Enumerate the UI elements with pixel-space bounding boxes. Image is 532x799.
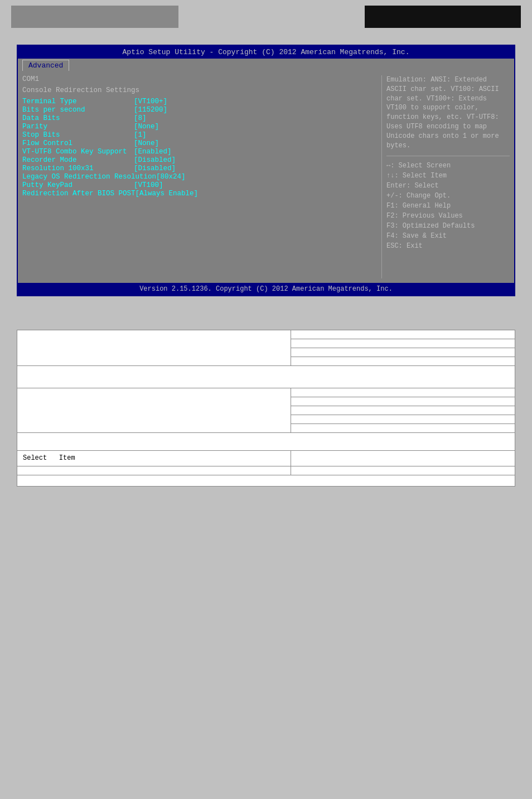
table-row-wide-1 xyxy=(17,366,515,388)
cell-right-3d xyxy=(291,415,515,424)
bios-item-row[interactable]: Terminal Type[VT100+] xyxy=(22,98,377,105)
bios-item-label: Flow Control xyxy=(22,139,134,147)
bios-item-label: Resolution 100x31 xyxy=(22,165,134,172)
bottom-section: Select Item xyxy=(17,330,515,487)
bios-shortcut-item: ↔: Select Screen xyxy=(386,161,510,171)
bios-item-label: Stop Bits xyxy=(22,131,134,139)
bios-item-label: Data Bits xyxy=(22,114,134,122)
cell-right-5b xyxy=(291,466,515,475)
cell-right-3c xyxy=(291,406,515,415)
table-row xyxy=(17,388,515,397)
bios-item-value: [80x24] xyxy=(156,173,186,181)
cell-right-1b xyxy=(291,339,515,348)
bios-shortcut-item: Enter: Select xyxy=(386,181,510,191)
top-header xyxy=(0,0,532,33)
table-row xyxy=(17,466,515,475)
cell-right-3b xyxy=(291,397,515,406)
bios-item-value: [Enabled] xyxy=(134,148,172,156)
cell-left-3 xyxy=(17,388,291,433)
bios-item-value: [VT100+] xyxy=(134,98,167,105)
cell-right-5a xyxy=(291,451,515,466)
table-row xyxy=(17,330,515,339)
cell-left-5: Select Item xyxy=(17,451,291,466)
bios-shortcut-item: ↑↓: Select Item xyxy=(386,171,510,181)
tab-advanced[interactable]: Advanced xyxy=(22,60,69,71)
cell-right-1c xyxy=(291,348,515,357)
bios-help-text: Emulation: ANSI: Extended ASCII char set… xyxy=(386,75,510,150)
bios-item-value: [Disabled] xyxy=(134,165,176,172)
bios-tab-bar: Advanced xyxy=(18,59,514,71)
bios-title: Aptio Setup Utility - Copyright (C) 2012… xyxy=(18,46,514,59)
cell-right-1a xyxy=(291,330,515,339)
bios-item-value: [None] xyxy=(134,123,159,131)
bios-item-row[interactable]: Data Bits[8] xyxy=(22,114,377,122)
bios-divider xyxy=(386,156,510,156)
bios-item-row[interactable]: Redirection After BIOS POST[Always Enabl… xyxy=(22,190,377,198)
bios-shortcut-item: F2: Previous Values xyxy=(386,211,510,221)
bios-item-label: VT-UTF8 Combo Key Support xyxy=(22,148,134,156)
bios-item-row[interactable]: Flow Control[None] xyxy=(22,139,377,147)
table-row-wide-2 xyxy=(17,433,515,451)
bios-shortcut-item: F1: General Help xyxy=(386,201,510,211)
bios-item-value: [Always Enable] xyxy=(136,190,199,198)
cell-wide-2 xyxy=(17,433,515,451)
section-title-console: Console Redirection Settings xyxy=(22,86,377,94)
cell-wide-3 xyxy=(17,475,515,487)
bios-item-row[interactable]: Legacy OS Redirection Resolution[80x24] xyxy=(22,173,377,181)
bios-shortcuts: ↔: Select Screen↑↓: Select ItemEnter: Se… xyxy=(386,161,510,251)
cell-right-1d xyxy=(291,357,515,366)
bios-item-row[interactable]: Stop Bits[1] xyxy=(22,131,377,139)
bottom-table: Select Item xyxy=(17,330,515,487)
bios-item-value: [None] xyxy=(134,139,159,147)
cell-wide-1 xyxy=(17,366,515,388)
bios-item-row[interactable]: VT-UTF8 Combo Key Support[Enabled] xyxy=(22,148,377,156)
section-gap xyxy=(0,307,532,324)
bios-shortcut-item: ESC: Exit xyxy=(386,241,510,251)
bios-item-row[interactable]: Putty KeyPad[VT100] xyxy=(22,181,377,189)
bios-item-value: [VT100] xyxy=(134,181,163,189)
bios-item-value: [Disabled] xyxy=(134,156,176,164)
bios-item-row[interactable]: Bits per second[115200] xyxy=(22,106,377,114)
bios-main-content: COM1 Console Redirection Settings Termin… xyxy=(18,71,514,283)
bios-item-value: [115200] xyxy=(134,106,167,114)
cell-left-5b xyxy=(17,466,291,475)
bios-item-label: Parity xyxy=(22,123,134,131)
bios-right-panel: Emulation: ANSI: Extended ASCII char set… xyxy=(381,75,510,278)
bios-item-label: Legacy OS Redirection Resolution xyxy=(22,173,156,181)
bios-item-label: Redirection After BIOS POST xyxy=(22,190,136,198)
bios-item-label: Putty KeyPad xyxy=(22,181,134,189)
bios-item-value: [1] xyxy=(134,131,147,139)
section-title-com1: COM1 xyxy=(22,75,377,83)
bios-footer: Version 2.15.1236. Copyright (C) 2012 Am… xyxy=(18,283,514,295)
table-row-wide-3 xyxy=(17,475,515,487)
cell-right-3a xyxy=(291,388,515,397)
cell-left-1 xyxy=(17,330,291,366)
header-right-bar xyxy=(365,6,521,28)
bios-item-value: [8] xyxy=(134,114,147,122)
bios-item-label: Terminal Type xyxy=(22,98,134,105)
header-left-bar xyxy=(11,6,178,28)
table-row: Select Item xyxy=(17,451,515,466)
cell-right-3e xyxy=(291,424,515,433)
bios-shortcut-item: +/-: Change Opt. xyxy=(386,191,510,201)
bios-left-panel: COM1 Console Redirection Settings Termin… xyxy=(22,75,377,278)
bios-shortcut-item: F3: Optimized Defaults xyxy=(386,221,510,231)
bios-item-row[interactable]: Parity[None] xyxy=(22,123,377,131)
bios-item-label: Bits per second xyxy=(22,106,134,114)
bios-shortcut-item: F4: Save & Exit xyxy=(386,231,510,241)
bios-item-label: Recorder Mode xyxy=(22,156,134,164)
bios-screen: Aptio Setup Utility - Copyright (C) 2012… xyxy=(17,45,515,296)
bios-item-row[interactable]: Recorder Mode[Disabled] xyxy=(22,156,377,164)
bios-items-list: Terminal Type[VT100+]Bits per second[115… xyxy=(22,98,377,198)
item-label: Item xyxy=(59,454,75,462)
select-label: Select xyxy=(23,454,47,462)
bios-item-row[interactable]: Resolution 100x31[Disabled] xyxy=(22,165,377,172)
